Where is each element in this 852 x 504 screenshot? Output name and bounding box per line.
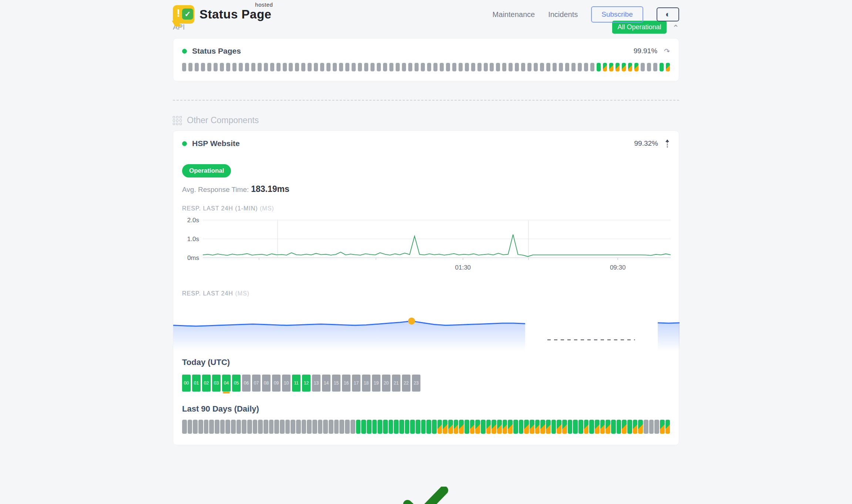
day-segment <box>584 420 589 434</box>
uptime-segment <box>666 63 670 71</box>
uptime-segment <box>496 63 500 71</box>
uptime-segment <box>622 63 626 71</box>
uptime-segment <box>377 63 381 71</box>
hour-block-20: 20 <box>382 375 390 392</box>
hour-block-06: 06 <box>242 375 251 392</box>
svg-text:01:30: 01:30 <box>455 264 471 271</box>
operational-badge: Operational <box>182 164 231 177</box>
day-segment <box>530 420 534 434</box>
uptime-segment <box>364 63 368 71</box>
day-segment <box>198 420 203 434</box>
day-segment <box>258 420 263 434</box>
last90-title: Last 90 Days (Daily) <box>182 404 670 414</box>
chart-marker-dot <box>408 318 415 325</box>
day-segment <box>264 420 268 434</box>
svg-text:0ms: 0ms <box>187 254 199 261</box>
hour-block-07: 07 <box>252 375 261 392</box>
uptime-segment <box>509 63 513 71</box>
theme-contrast-icon: ◐ <box>665 10 670 19</box>
day-segment <box>339 420 344 434</box>
day-segment <box>627 420 632 434</box>
day-segment <box>633 420 638 434</box>
uptime-segment <box>628 63 632 71</box>
svg-text:1.0s: 1.0s <box>187 236 199 243</box>
uptime-segment <box>553 63 557 71</box>
day-segment <box>519 420 524 434</box>
uptime-segment <box>527 63 531 71</box>
day-segment <box>508 420 513 434</box>
uptime-segment <box>314 63 318 71</box>
response-area-chart <box>173 302 679 352</box>
component-hsp-website: HSP Website <box>182 139 240 148</box>
uptime-segment <box>597 63 601 71</box>
uptime-segment <box>226 63 230 71</box>
dashed-separator <box>173 100 679 101</box>
hour-block-22: 22 <box>402 375 410 392</box>
day-segment <box>394 420 399 434</box>
day-segment <box>459 420 464 434</box>
day-segment <box>237 420 241 434</box>
big-check-icon <box>402 487 450 504</box>
component-status-pages: Status Pages <box>182 47 241 55</box>
day-segment <box>432 420 437 434</box>
day-segment <box>399 420 404 434</box>
day-segment <box>475 420 480 434</box>
day-segment <box>193 420 198 434</box>
hour-block-19: 19 <box>372 375 380 392</box>
chart2-label: RESP. LAST 24H (MS) <box>182 290 670 297</box>
other-components-card: HSP Website 99.32% Operational Avg. Resp… <box>173 131 679 445</box>
hour-block-15: 15 <box>332 375 341 392</box>
arrow-up-dotted-icon <box>665 139 670 148</box>
day-segment <box>280 420 285 434</box>
hour-block-10: 10 <box>282 375 291 392</box>
hour-block-21: 21 <box>392 375 400 392</box>
hour-block-17: 17 <box>352 375 360 392</box>
svg-text:2.0s: 2.0s <box>187 217 199 224</box>
nav-maintenance[interactable]: Maintenance <box>493 10 535 19</box>
incidents-section: No recent incidents To view all past inc… <box>173 487 679 504</box>
response-line-chart: 2.0s1.0s0ms01:3009:30 <box>182 216 670 274</box>
uptime-segment <box>207 63 211 71</box>
day-segment <box>204 420 209 434</box>
day-segment <box>595 420 600 434</box>
api-card: Status Pages 99.91% ↷ <box>173 38 679 81</box>
day-segment <box>269 420 274 434</box>
day-segment <box>307 420 312 434</box>
hour-block-12: 12 <box>302 375 311 392</box>
today-hour-blocks: 0001020304050607080910111213141516171819… <box>182 375 670 392</box>
day-segment <box>410 420 415 434</box>
brand-title: Status Page hosted <box>199 7 271 21</box>
uptime-segment <box>182 63 186 71</box>
day-segment <box>274 420 279 434</box>
today-title: Today (UTC) <box>182 358 670 367</box>
hour-block-05: 05 <box>232 375 241 392</box>
nav-incidents[interactable]: Incidents <box>548 10 578 19</box>
theme-toggle-button[interactable]: ◐ <box>657 7 679 21</box>
uptime-bar-strip <box>182 63 670 71</box>
uptime-segment <box>484 63 488 71</box>
day-segment <box>302 420 306 434</box>
brand-logo-icon: ! ✓ <box>173 5 194 24</box>
uptime-segment <box>251 63 255 71</box>
hour-block-09: 09 <box>272 375 281 392</box>
day-segment <box>617 420 621 434</box>
uptime-segment <box>383 63 387 71</box>
day-segment <box>546 420 551 434</box>
uptime-segment <box>352 63 356 71</box>
uptime-segment <box>214 63 218 71</box>
hour-block-03: 03 <box>212 375 221 392</box>
day-segment <box>622 420 627 434</box>
uptime-segment <box>270 63 274 71</box>
subscribe-button[interactable]: Subscribe <box>591 6 643 23</box>
day-segment <box>426 420 431 434</box>
day-segment <box>367 420 372 434</box>
refresh-icon[interactable]: ↷ <box>664 47 670 55</box>
day-segment <box>611 420 616 434</box>
uptime-segment <box>615 63 620 71</box>
uptime-segment <box>239 63 243 71</box>
day-segment <box>497 420 502 434</box>
uptime-segment <box>471 63 475 71</box>
uptime-segment <box>465 63 469 71</box>
uptime-segment <box>647 63 651 71</box>
uptime-segment <box>264 63 268 71</box>
